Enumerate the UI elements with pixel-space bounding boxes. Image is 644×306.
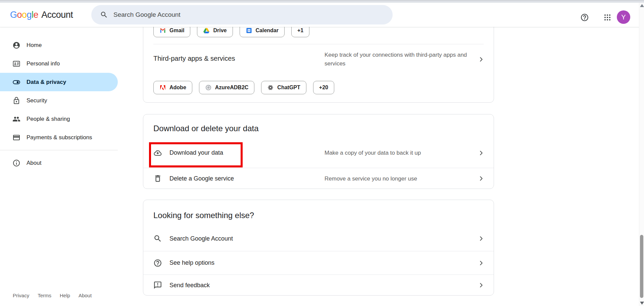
footer-link-about[interactable]: About (79, 293, 92, 298)
azure-adb2c-icon (205, 84, 212, 91)
sidebar-nav: Home Personal info Data & privacy Securi… (0, 27, 118, 172)
chip-label: Adobe (169, 85, 186, 91)
chip-more-services[interactable]: +20 (313, 81, 334, 94)
page-scrollbar[interactable] (639, 3, 644, 306)
google-account-page: Google Account Y Home Personal info Dat (0, 0, 644, 306)
footer-link-privacy[interactable]: Privacy (13, 293, 29, 298)
chip-label: +1 (297, 28, 303, 34)
looking-for-card: Looking for something else? Search Googl… (143, 200, 494, 296)
sidebar-item-label: Payments & subscriptions (27, 134, 92, 141)
delete-trash-icon (153, 174, 162, 183)
sidebar-divider (0, 150, 118, 150)
sidebar-item-label: Data & privacy (27, 79, 66, 86)
people-sharing-icon (12, 115, 20, 123)
row-label: Search Google Account (169, 235, 233, 242)
third-party-description: Keep track of your connections with thir… (325, 51, 469, 68)
sidebar-item-payments[interactable]: Payments & subscriptions (0, 128, 118, 147)
row-label: See help options (169, 259, 214, 266)
account-avatar[interactable]: Y (617, 10, 630, 24)
download-your-data-row[interactable]: Download your data Make a copy of your d… (143, 138, 494, 168)
row-label: Send feedback (169, 282, 210, 289)
avatar-letter: Y (621, 13, 626, 21)
gmail-icon (159, 27, 166, 34)
payments-card-icon (12, 134, 20, 142)
chatgpt-icon (267, 84, 274, 91)
chevron-right-icon[interactable] (478, 56, 485, 63)
download-delete-card: Download or delete your data Download yo… (143, 114, 494, 189)
third-party-chips-row: Adobe AzureADB2C ChatGPT +20 (153, 81, 334, 94)
chevron-right-icon (478, 175, 485, 182)
chip-chatgpt[interactable]: ChatGPT (261, 81, 306, 94)
footer-link-help[interactable]: Help (60, 293, 70, 298)
chip-label: Drive (213, 28, 227, 34)
sidebar-item-personal-info[interactable]: Personal info (0, 54, 118, 73)
card-title: Download or delete your data (153, 124, 259, 133)
help-circle-icon (153, 259, 162, 267)
delete-google-service-row[interactable]: Delete a Google service Remove a service… (143, 168, 494, 189)
chip-adobe[interactable]: Adobe (153, 81, 192, 94)
google-account-logo[interactable]: Google Account (10, 3, 73, 27)
row-description: Remove a service you no longer use (325, 174, 469, 183)
chip-label: AzureADB2C (215, 85, 249, 91)
drive-icon (203, 27, 210, 34)
chip-label: +20 (319, 85, 328, 91)
help-icon (580, 13, 589, 22)
sidebar-item-about[interactable]: About (0, 154, 118, 172)
search-icon (100, 11, 108, 19)
search-google-account-row[interactable]: Search Google Account (143, 226, 494, 251)
app-header: Google Account Y (0, 3, 644, 27)
see-help-options-row[interactable]: See help options (143, 251, 494, 275)
chip-label: Gmail (169, 28, 184, 34)
help-button[interactable] (577, 9, 593, 26)
feedback-icon (153, 281, 162, 290)
page-footer-links: Privacy Terms Help About (13, 293, 92, 298)
adobe-icon (159, 84, 166, 91)
sidebar-item-label: Security (27, 97, 47, 104)
apps-grid-icon (603, 13, 611, 21)
account-search-bar[interactable] (91, 5, 393, 24)
chevron-right-icon (478, 235, 485, 242)
sidebar-item-label: Personal info (27, 60, 60, 67)
personal-info-card-icon (12, 60, 20, 68)
sidebar-item-people-sharing[interactable]: People & sharing (0, 110, 118, 128)
sidebar-item-label: About (27, 160, 41, 166)
sidebar-item-label: Home (27, 42, 42, 49)
card-title: Looking for something else? (153, 211, 254, 220)
cloud-download-icon (153, 149, 162, 157)
svg-text:31: 31 (248, 29, 250, 32)
search-icon (153, 234, 162, 243)
google-logo-wordmark: Google (10, 10, 38, 20)
search-input[interactable] (113, 11, 368, 18)
calendar-icon: 31 (246, 27, 252, 34)
third-party-heading: Third-party apps & services (153, 55, 235, 62)
chip-azureadb2c[interactable]: AzureADB2C (199, 81, 255, 94)
google-apps-button[interactable] (599, 9, 615, 26)
scroll-down-arrow-icon[interactable] (640, 302, 644, 305)
row-description: Make a copy of your data to back it up (325, 149, 469, 157)
footer-link-terms[interactable]: Terms (38, 293, 51, 298)
card-divider (153, 44, 484, 44)
chevron-right-icon (478, 149, 485, 157)
data-privacy-toggle-icon (12, 78, 20, 86)
security-lock-icon (12, 97, 20, 105)
send-feedback-row[interactable]: Send feedback (143, 275, 494, 296)
home-account-icon (12, 41, 20, 49)
sidebar-item-home[interactable]: Home (0, 36, 118, 54)
sidebar-item-label: People & sharing (27, 116, 70, 122)
row-label: Delete a Google service (169, 175, 234, 182)
scrollbar-thumb[interactable] (640, 235, 643, 298)
chevron-right-icon (478, 282, 485, 289)
chip-label: Calendar (256, 28, 279, 34)
chevron-right-icon (478, 259, 485, 267)
sidebar-item-data-privacy[interactable]: Data & privacy (0, 73, 118, 91)
chip-label: ChatGPT (277, 85, 300, 91)
window-top-strip (0, 0, 644, 3)
row-label: Download your data (169, 149, 223, 156)
logo-product-name: Account (41, 10, 73, 20)
sidebar-item-security[interactable]: Security (0, 91, 118, 110)
about-info-icon (12, 159, 20, 167)
scroll-up-arrow-icon[interactable] (640, 4, 644, 7)
